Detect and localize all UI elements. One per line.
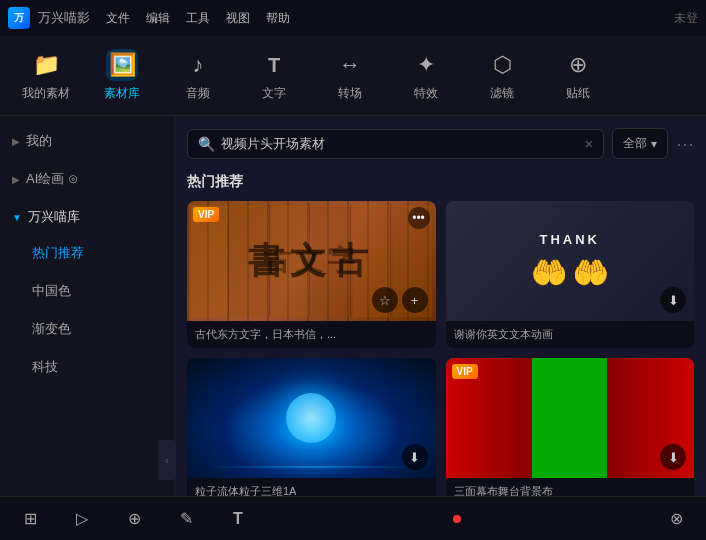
- chevron-down-icon-filter: ▾: [651, 137, 657, 151]
- sidebar-section-wanxing: ▼ 万兴喵库 热门推荐 中国色 渐变色 科技: [0, 200, 174, 386]
- video-grid: 書文古 VIP ••• ☆ + 古代东方文字，日本书信，... THANK 🤲: [187, 201, 694, 496]
- search-bar: 🔍 × 全部 ▾ ⋯: [187, 128, 694, 159]
- search-input-wrap: 🔍 ×: [187, 129, 604, 159]
- toolbar-audio[interactable]: ♪ 音频: [162, 42, 234, 110]
- sidebar: ▶ 我的 ▶ AI绘画 ⊙ ▼ 万兴喵库 热门推荐 中国色 渐变色 科技: [0, 116, 175, 496]
- material-lib-icon: 🖼️: [106, 49, 138, 81]
- search-filter-dropdown[interactable]: 全部 ▾: [612, 128, 668, 159]
- chevron-right-icon-2: ▶: [12, 174, 20, 185]
- download-add-btn-v1[interactable]: +: [402, 287, 428, 313]
- toolbar-filter[interactable]: ⬡ 滤镜: [466, 42, 538, 110]
- filter-extra-icon[interactable]: ⋯: [676, 133, 694, 155]
- sidebar-section-wanxing-header[interactable]: ▼ 万兴喵库: [0, 200, 174, 234]
- video-label-v3: 粒子流体粒子三维1A: [187, 478, 436, 496]
- transition-icon: ↔: [334, 49, 366, 81]
- sticker-icon: ⊕: [562, 49, 594, 81]
- bottom-bar: ⊞ ▷ ⊕ ✎ T ⊗: [0, 496, 706, 540]
- video-thumb-v3: ⬇: [187, 358, 436, 478]
- audio-icon: ♪: [182, 49, 214, 81]
- video-card-v4[interactable]: VIP ⬇ 三面幕布舞台背景布: [446, 358, 695, 496]
- menu-tools[interactable]: 工具: [186, 10, 210, 27]
- download-btn-v4[interactable]: ⬇: [660, 444, 686, 470]
- sidebar-item-china-color[interactable]: 中国色: [4, 272, 170, 310]
- toolbar-material-lib[interactable]: 🖼️ 素材库: [86, 42, 158, 110]
- filter-icon: ⬡: [486, 49, 518, 81]
- text-icon: T: [258, 49, 290, 81]
- menu-view[interactable]: 视图: [226, 10, 250, 27]
- bottom-btn-text[interactable]: T: [220, 504, 256, 534]
- effects-icon: ✦: [410, 49, 442, 81]
- download-btn-v3[interactable]: ⬇: [402, 444, 428, 470]
- search-clear-icon[interactable]: ×: [585, 136, 593, 152]
- chevron-right-icon: ▶: [12, 136, 20, 147]
- video-label-v1: 古代东方文字，日本书信，...: [187, 321, 436, 348]
- menu-edit[interactable]: 编辑: [146, 10, 170, 27]
- menu-bar: 文件 编辑 工具 视图 帮助: [106, 10, 290, 27]
- vip-badge-v4: VIP: [452, 364, 478, 379]
- bottom-btn-grid[interactable]: ⊞: [12, 504, 48, 534]
- download-btn-v2[interactable]: ⬇: [660, 287, 686, 313]
- title-bar: 万 万兴喵影 文件 编辑 工具 视图 帮助 未登: [0, 0, 706, 36]
- sidebar-item-gradient[interactable]: 渐变色: [4, 310, 170, 348]
- vip-badge-v1: VIP: [193, 207, 219, 222]
- toolbar: 📁 我的素材 🖼️ 素材库 ♪ 音频 T 文字 ↔ 转场 ✦ 特效 ⬡ 滤镜 ⊕…: [0, 36, 706, 116]
- menu-help[interactable]: 帮助: [266, 10, 290, 27]
- bottom-btn-close[interactable]: ⊗: [658, 504, 694, 534]
- toolbar-transition[interactable]: ↔ 转场: [314, 42, 386, 110]
- bottom-btn-edit[interactable]: ✎: [168, 504, 204, 534]
- menu-file[interactable]: 文件: [106, 10, 130, 27]
- sidebar-item-tech[interactable]: 科技: [4, 348, 170, 386]
- filter-label: 全部: [623, 135, 647, 152]
- toolbar-text[interactable]: T 文字: [238, 42, 310, 110]
- video-card-v2[interactable]: THANK 🤲 🤲 ⬇ 谢谢你英文文本动画: [446, 201, 695, 348]
- toolbar-effects[interactable]: ✦ 特效: [390, 42, 462, 110]
- sidebar-section-mine: ▶ 我的: [0, 124, 174, 158]
- app-logo: 万: [8, 7, 30, 29]
- video-card-v3[interactable]: ⬇ 粒子流体粒子三维1A: [187, 358, 436, 496]
- video-thumb-v1: 書文古 VIP ••• ☆ +: [187, 201, 436, 321]
- star-btn-v1[interactable]: ☆: [372, 287, 398, 313]
- toolbar-my-material[interactable]: 📁 我的素材: [10, 42, 82, 110]
- record-indicator: [453, 515, 461, 523]
- sidebar-section-mine-header[interactable]: ▶ 我的: [0, 124, 174, 158]
- sidebar-section-ai-header[interactable]: ▶ AI绘画 ⊙: [0, 162, 174, 196]
- video-label-v2: 谢谢你英文文本动画: [446, 321, 695, 348]
- video-label-v4: 三面幕布舞台背景布: [446, 478, 695, 496]
- more-btn-v1[interactable]: •••: [408, 207, 430, 229]
- sidebar-section-ai-draw: ▶ AI绘画 ⊙: [0, 162, 174, 196]
- content-area: 🔍 × 全部 ▾ ⋯ 热门推荐: [175, 116, 706, 496]
- chevron-down-icon: ▼: [12, 212, 22, 223]
- video-thumb-v4: VIP ⬇: [446, 358, 695, 478]
- search-input[interactable]: [221, 136, 579, 151]
- search-icon: 🔍: [198, 136, 215, 152]
- hot-rec-title: 热门推荐: [187, 173, 694, 191]
- sidebar-item-hot-rec[interactable]: 热门推荐: [4, 234, 170, 272]
- login-status[interactable]: 未登: [674, 10, 698, 27]
- sidebar-collapse-button[interactable]: ‹: [158, 440, 176, 480]
- bottom-btn-add[interactable]: ⊕: [116, 504, 152, 534]
- bottom-btn-play[interactable]: ▷: [64, 504, 100, 534]
- video-thumb-v2: THANK 🤲 🤲 ⬇: [446, 201, 695, 321]
- video-card-v1[interactable]: 書文古 VIP ••• ☆ + 古代东方文字，日本书信，...: [187, 201, 436, 348]
- toolbar-sticker[interactable]: ⊕ 贴纸: [542, 42, 614, 110]
- app-title: 万兴喵影: [38, 9, 90, 27]
- main-area: ▶ 我的 ▶ AI绘画 ⊙ ▼ 万兴喵库 热门推荐 中国色 渐变色 科技 ‹: [0, 116, 706, 496]
- my-material-icon: 📁: [30, 49, 62, 81]
